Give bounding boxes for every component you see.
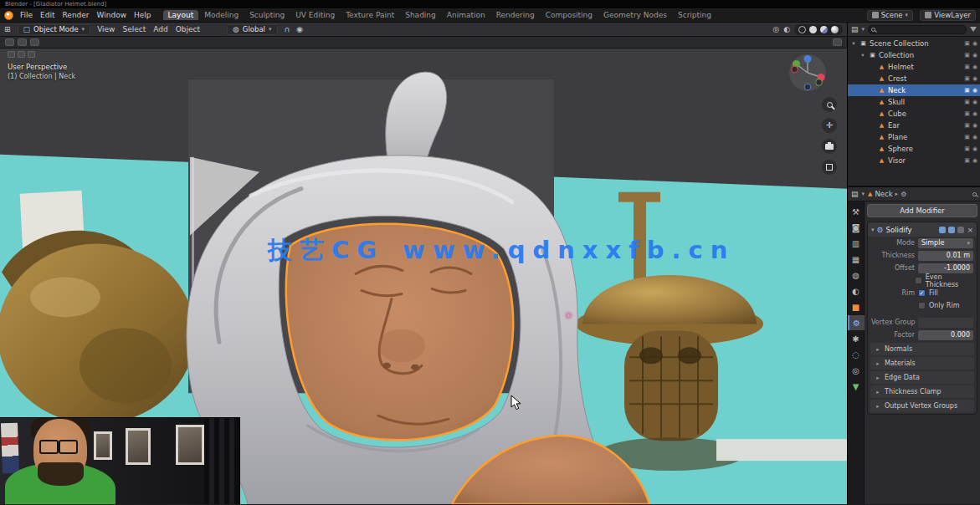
properties-tab[interactable]: ▥ <box>848 236 865 251</box>
eye-icon[interactable]: ◉ <box>972 99 977 105</box>
properties-editor-icon[interactable]: ▤ <box>851 190 859 198</box>
render-display-toggle[interactable] <box>957 227 964 233</box>
viewport-corner-icons[interactable] <box>8 51 35 58</box>
properties-tab[interactable]: ◌ <box>848 347 865 362</box>
zoom-button[interactable] <box>822 97 837 112</box>
viewport-menu-item[interactable]: Add <box>153 25 167 33</box>
factor-field[interactable]: 0.000 <box>918 330 973 340</box>
properties-tab[interactable]: ■ <box>848 299 865 314</box>
workspace-tab[interactable]: Shading <box>400 10 441 20</box>
move-view-button[interactable]: ✛ <box>822 118 837 133</box>
outliner-row[interactable]: Visor ▣◉ <box>848 155 980 166</box>
breadcrumb-object-name[interactable]: Neck <box>875 190 892 198</box>
outliner-row[interactable]: Sphere ▣◉ <box>848 143 980 155</box>
even-thickness-checkbox[interactable] <box>915 277 921 284</box>
screen-visibility-icon[interactable]: ▣ <box>964 157 970 164</box>
filter-icon[interactable] <box>970 27 977 32</box>
outliner-row[interactable]: Cube ▣◉ <box>848 108 980 120</box>
outliner-search-input[interactable] <box>868 25 967 34</box>
menu-item[interactable]: Window <box>97 11 127 19</box>
proportional-edit-icon[interactable]: ◉ <box>296 25 303 33</box>
screen-visibility-icon[interactable]: ▣ <box>964 145 970 152</box>
overlays-icon[interactable]: ◐ <box>783 25 790 33</box>
mode-dropdown-field[interactable]: Simple▾ <box>918 238 973 248</box>
viewport-menu-item[interactable]: Select <box>122 25 146 33</box>
collapsed-subpanel[interactable]: ▸ Output Vertex Groups <box>870 400 974 412</box>
workspace-tab[interactable]: Animation <box>442 10 490 20</box>
outliner-row[interactable]: Collection ▣◉ <box>848 49 980 61</box>
active-tool-icon[interactable] <box>5 38 14 46</box>
eye-icon[interactable]: ◉ <box>972 52 977 59</box>
material-preview-icon[interactable] <box>820 26 828 33</box>
screen-visibility-icon[interactable]: ▣ <box>964 99 970 105</box>
realtime-display-toggle[interactable] <box>948 227 955 233</box>
close-icon[interactable]: × <box>967 226 973 234</box>
outliner-row[interactable]: Ear ▣◉ <box>848 120 980 131</box>
eye-icon[interactable]: ◉ <box>972 145 977 152</box>
outliner-row[interactable]: Helmet ▣◉ <box>848 61 980 73</box>
properties-tab[interactable]: ▼ <box>848 379 865 394</box>
outliner-row[interactable]: Crest ▣◉ <box>848 73 980 84</box>
workspace-tab[interactable]: Modeling <box>199 10 244 20</box>
properties-tab[interactable]: ◍ <box>848 268 865 283</box>
eye-icon[interactable]: ◉ <box>972 87 977 94</box>
show-gizmo-icon[interactable]: ◎ <box>772 25 779 33</box>
eye-icon[interactable]: ◉ <box>972 75 977 82</box>
outliner-editor-icon[interactable]: ▤ <box>851 25 859 33</box>
screen-visibility-icon[interactable]: ▣ <box>964 87 970 94</box>
outliner-row[interactable]: Scene Collection ▣◉ <box>848 38 980 49</box>
viewport-menu-item[interactable]: Object <box>176 25 200 33</box>
menu-item[interactable]: Render <box>63 11 90 19</box>
properties-tab[interactable]: ⚒ <box>848 204 865 219</box>
tool-option-icon-2[interactable] <box>30 38 39 46</box>
options-icon[interactable] <box>833 38 842 46</box>
eye-icon[interactable]: ◉ <box>972 122 977 129</box>
snap-magnet-icon[interactable]: ∩ <box>285 25 290 33</box>
view-layer-selector[interactable]: ViewLayer <box>920 10 976 21</box>
workspace-tab[interactable]: Compositing <box>541 10 598 20</box>
screen-visibility-icon[interactable]: ▣ <box>964 40 970 47</box>
thickness-field[interactable]: 0.01 m <box>918 251 973 261</box>
properties-tab[interactable]: ⚙ <box>848 315 865 330</box>
workspace-tab[interactable]: Geometry Nodes <box>598 10 672 20</box>
workspace-tab[interactable]: Scripting <box>673 10 716 20</box>
expand-icon[interactable] <box>859 52 866 59</box>
outliner-row[interactable]: Neck ▣◉ <box>848 84 980 96</box>
outliner-row[interactable]: Skull ▣◉ <box>848 96 980 108</box>
properties-tab[interactable]: ◙ <box>848 220 865 235</box>
offset-field[interactable]: -1.0000 <box>918 263 973 273</box>
screen-visibility-icon[interactable]: ▣ <box>964 110 970 117</box>
viewport-menu-item[interactable]: View <box>97 25 115 33</box>
screen-visibility-icon[interactable]: ▣ <box>964 64 970 70</box>
workspace-tab[interactable]: Texture Paint <box>341 10 399 20</box>
edit-mode-display-toggle[interactable] <box>939 227 946 233</box>
modifier-panel-header[interactable]: ▾ ⚙ Solidify × <box>868 222 977 237</box>
tool-option-icon[interactable] <box>18 38 27 46</box>
workspace-tab[interactable]: UV Editing <box>290 10 340 20</box>
menu-item[interactable]: File <box>20 11 33 19</box>
eye-icon[interactable]: ◉ <box>972 40 977 47</box>
blender-logo-icon[interactable] <box>4 11 13 20</box>
vertex-group-field[interactable] <box>918 318 973 328</box>
wireframe-shading-icon[interactable] <box>798 26 806 33</box>
navigation-gizmo[interactable] <box>788 54 827 95</box>
collapsed-subpanel[interactable]: ▸ Materials <box>870 357 974 370</box>
rim-fill-checkbox[interactable]: ✓ <box>918 289 926 297</box>
outliner-row[interactable]: Plane ▣◉ <box>848 131 980 143</box>
screen-visibility-icon[interactable]: ▣ <box>964 122 970 129</box>
editor-type-icon[interactable]: ⊞ <box>4 25 11 33</box>
camera-view-button[interactable] <box>822 139 837 154</box>
expand-icon[interactable] <box>850 40 857 47</box>
eye-icon[interactable]: ◉ <box>972 110 977 117</box>
workspace-tab[interactable]: Sculpting <box>244 10 290 20</box>
mode-dropdown[interactable]: ▢ Object Mode ▾ <box>18 24 91 35</box>
search-icon[interactable] <box>972 192 977 196</box>
collapsed-subpanel[interactable]: ▸ Edge Data <box>870 371 974 384</box>
eye-icon[interactable]: ◉ <box>972 134 977 140</box>
eye-icon[interactable]: ◉ <box>972 64 977 70</box>
solid-shading-icon[interactable] <box>809 26 817 33</box>
collapsed-subpanel[interactable]: ▸ Normals <box>870 343 974 355</box>
screen-visibility-icon[interactable]: ▣ <box>964 134 970 140</box>
eye-icon[interactable]: ◉ <box>972 157 977 164</box>
workspace-tab[interactable]: Rendering <box>491 10 540 20</box>
